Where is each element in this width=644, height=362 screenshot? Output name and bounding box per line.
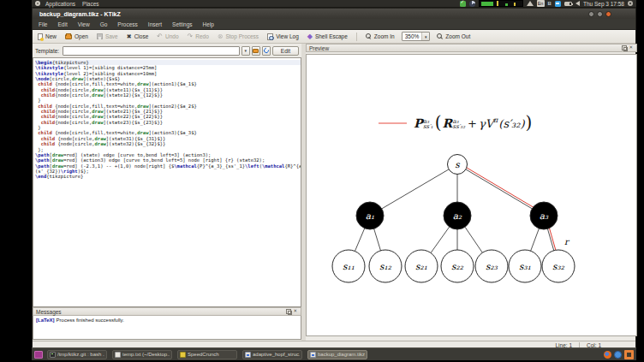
- tree-edge: [370, 164, 457, 216]
- messaging-icon[interactable]: [555, 1, 561, 7]
- zoom-in-icon: [366, 33, 372, 40]
- toolbar-button-undo: Undo: [155, 32, 180, 42]
- save-icon: [97, 33, 103, 39]
- workspace-switcher[interactable]: [34, 351, 43, 359]
- open-folder-icon: [65, 34, 72, 39]
- battery-icon[interactable]: [564, 2, 572, 6]
- panel-tray: En Thu Sep 3 17:58: [460, 0, 633, 8]
- view-log-icon: [267, 33, 273, 40]
- menu-process[interactable]: Process: [117, 21, 137, 27]
- toolbar-button-zoom-out[interactable]: Zoom Out: [435, 32, 472, 42]
- keyboard-layout-indicator[interactable]: En: [537, 0, 545, 7]
- messages-title: Messages: [36, 309, 62, 315]
- network-globe-icon[interactable]: [614, 351, 622, 359]
- messages-header: Messages: [33, 307, 301, 316]
- tree-node-label: s₃₁: [519, 261, 531, 271]
- tree-node-label: s₃₂: [552, 261, 565, 271]
- system-monitor-icon[interactable]: [479, 0, 523, 7]
- preview-panel: Preview Pa₃ss′₁ ( Ra₃ss′₃₂: [306, 44, 637, 341]
- toolbar-button-zoom-in[interactable]: Zoom In: [364, 32, 397, 42]
- tree-edge: [457, 164, 544, 216]
- toolbar-button-new[interactable]: New: [36, 32, 58, 42]
- toolbar-button-close[interactable]: Close: [125, 32, 151, 42]
- close-panel-icon[interactable]: [293, 309, 298, 314]
- text-editor-icon: [115, 352, 121, 358]
- close-button[interactable]: [605, 11, 611, 17]
- taskbar-item-tmp-ktikz-git-bash[interactable]: /tmp/ktikz.git : bash ...: [47, 350, 107, 359]
- editor-column: Template: Edit \begin{tikzpicture}\tikzs…: [33, 44, 301, 341]
- taskbar-item-adaptive-hopf-struc[interactable]: adaptive_hopf_struc...: [242, 350, 302, 359]
- panel-menus: ApplicationsPlaces: [45, 0, 99, 8]
- clock[interactable]: Thu Sep 3 17:58: [583, 0, 624, 8]
- panel-menu-applications[interactable]: Applications: [45, 0, 75, 8]
- menu-view[interactable]: View: [78, 21, 90, 27]
- code-line: \end{tikzpicture}: [35, 174, 301, 179]
- toolbar-separator: [356, 33, 357, 41]
- terminal-icon: [50, 352, 56, 358]
- redo-icon: [188, 33, 194, 40]
- menu-insert[interactable]: Insert: [148, 21, 162, 27]
- window-controls: [588, 11, 611, 17]
- window-title: backup_diagram.tikz - KTikZ: [39, 11, 121, 17]
- bluetooth-icon[interactable]: [548, 0, 552, 7]
- code-line: \path[draw=red] (action3) edge [curve to…: [35, 157, 301, 163]
- taskbar-tray: [604, 350, 634, 359]
- preview-header-icons: [622, 45, 634, 50]
- template-browse-button[interactable]: [252, 46, 260, 56]
- ktikz-icon: [245, 352, 251, 358]
- toolbar: NewOpenSaveCloseUndoRedoStop ProcessView…: [33, 30, 635, 44]
- preview-title: Preview: [309, 45, 329, 51]
- reward-label: r: [564, 237, 570, 246]
- template-bar: Template: Edit: [33, 44, 301, 57]
- preview-header: Preview: [306, 44, 637, 52]
- template-dropdown-arrow[interactable]: [242, 46, 250, 56]
- tree-node-label: a₁: [366, 211, 374, 221]
- toolbar-button-shell-escape[interactable]: Shell Escape: [306, 32, 349, 42]
- minimize-button[interactable]: [588, 11, 594, 17]
- tree-node-label: a₂: [453, 211, 462, 221]
- new-document-icon: [38, 33, 43, 40]
- taskbar-item-backup-diagram-tikz[interactable]: backup_diagram.tikz ...: [307, 350, 367, 359]
- session-gear-icon[interactable]: [628, 1, 633, 6]
- backup-diagram-svg: sa₁a₂a₃s₁₁s₁₂s₂₁s₂₂s₂₃s₃₁s₃₂r: [307, 55, 636, 335]
- menu-help[interactable]: Help: [203, 21, 214, 27]
- volume-icon[interactable]: [575, 1, 580, 6]
- tray-group-b: [548, 0, 580, 7]
- chevron-down-icon[interactable]: [421, 33, 429, 40]
- verify-applet-icon[interactable]: [460, 1, 466, 7]
- refresh-icon: [263, 47, 270, 54]
- zoom-level-combo[interactable]: 350%: [402, 32, 431, 41]
- close-panel-icon[interactable]: [629, 45, 634, 50]
- taskbar-item-speedcrunch[interactable]: SpeedCrunch: [177, 350, 237, 359]
- tree-node-label: s₂₂: [451, 261, 464, 271]
- pie-clock-icon[interactable]: [469, 1, 475, 7]
- firefox-icon[interactable]: [604, 351, 611, 359]
- template-input[interactable]: [63, 46, 240, 56]
- tree-node-label: s₁₁: [343, 261, 355, 271]
- taskbar-item-temp-txt-desktop[interactable]: temp.txt (~/Desktop...: [112, 350, 172, 359]
- distro-logo-icon[interactable]: [35, 1, 40, 6]
- menu-settings[interactable]: Settings: [172, 21, 193, 27]
- toolbar-button-open[interactable]: Open: [63, 32, 90, 42]
- message-text: Process finished successfully.: [57, 317, 124, 323]
- wifi-icon[interactable]: [527, 1, 534, 6]
- undo-icon: [157, 33, 163, 40]
- template-reload-button[interactable]: [262, 46, 271, 56]
- float-panel-icon[interactable]: [286, 309, 291, 314]
- menu-file[interactable]: File: [39, 21, 47, 27]
- bottom-taskbar: /tmp/ktikz.git : bash ...temp.txt (~/Des…: [32, 347, 636, 360]
- template-edit-button[interactable]: Edit: [272, 46, 299, 56]
- maximize-button[interactable]: [597, 11, 603, 17]
- titlebar[interactable]: backup_diagram.tikz - KTikZ: [33, 9, 635, 19]
- toolbar-file-group: NewOpenSaveCloseUndoRedoStop ProcessView…: [36, 32, 349, 42]
- tree-node-label: s₁₂: [379, 261, 392, 271]
- panel-menu-places[interactable]: Places: [82, 0, 99, 8]
- menu-go[interactable]: Go: [100, 21, 108, 27]
- code-editor[interactable]: \begin{tikzpicture}\tikzstyle{level 1}=[…: [33, 57, 301, 307]
- float-panel-icon[interactable]: [622, 45, 627, 50]
- toolbar-button-view-log[interactable]: View Log: [265, 32, 301, 42]
- taskbar-items: /tmp/ktikz.git : bash ...temp.txt (~/Des…: [47, 350, 599, 359]
- zoom-level-value: 350%: [402, 33, 422, 39]
- menu-edit[interactable]: Edit: [57, 21, 67, 27]
- notification-icon[interactable]: [624, 350, 634, 359]
